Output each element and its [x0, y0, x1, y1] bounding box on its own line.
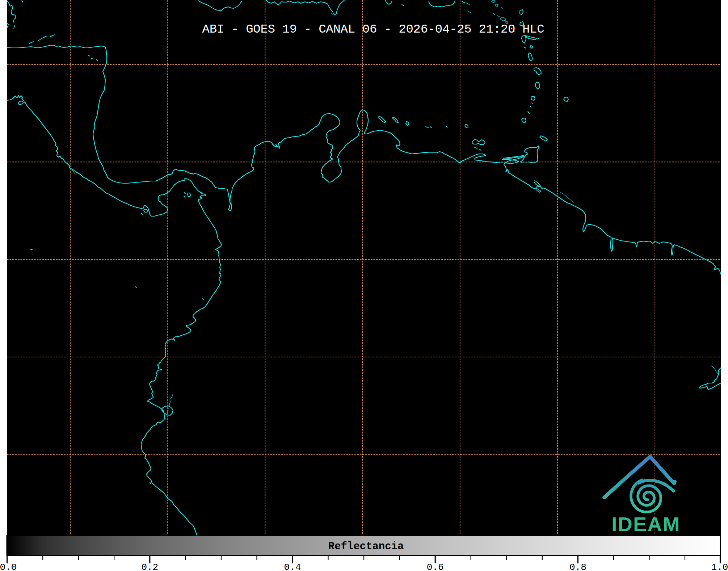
- svg-text:0.0: 0.0: [0, 562, 17, 571]
- svg-text:0.8: 0.8: [569, 562, 586, 571]
- svg-text:0.6: 0.6: [427, 562, 444, 571]
- svg-text:Reflectancia: Reflectancia: [328, 541, 404, 553]
- svg-text:0.2: 0.2: [141, 562, 158, 571]
- svg-text:IDEAM: IDEAM: [611, 513, 680, 536]
- svg-text:0.4: 0.4: [284, 562, 301, 571]
- svg-text:1.0: 1.0: [711, 562, 728, 571]
- svg-text:ABI - GOES 19 - CANAL 06 - 202: ABI - GOES 19 - CANAL 06 - 2026-04-25 21…: [202, 22, 544, 36]
